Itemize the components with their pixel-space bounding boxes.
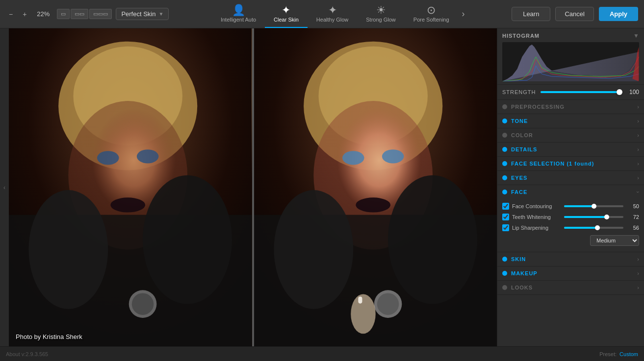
face-controls: Face Contouring 50 Teeth Whitening: [497, 199, 644, 252]
face-control-face-contouring: Face Contouring 50: [502, 201, 639, 212]
face-contouring-checkbox[interactable]: [502, 203, 509, 210]
top-toolbar: − + 22% ▭ ▭▭ ▭▭▭ Perfect Skin ▼ 👤 Intell…: [0, 0, 644, 28]
histogram-dropdown-icon[interactable]: ▼: [633, 32, 639, 39]
section-chevron-eyes: ›: [637, 175, 639, 181]
preset-selector[interactable]: Perfect Skin ▼: [116, 8, 169, 20]
section-label-skin: SKIN: [511, 256, 526, 262]
teeth-whitening-checkbox[interactable]: [502, 214, 509, 220]
section-preprocessing-left: PREPROCESSING: [502, 104, 565, 110]
left-panel-toggle[interactable]: ‹: [0, 28, 9, 346]
strength-slider-track[interactable]: [541, 91, 620, 93]
tab-strong-glow[interactable]: ☀ Strong Glow: [357, 0, 405, 28]
section-dot-looks: [502, 285, 507, 290]
section-looks-left: LOOKS: [502, 285, 533, 290]
lip-sharpening-dropdown-row: Low Medium High: [502, 233, 639, 248]
teeth-whitening-thumb[interactable]: [604, 215, 609, 219]
section-looks[interactable]: LOOKS ›: [497, 281, 644, 295]
section-color-left: COLOR: [502, 132, 533, 138]
section-preprocessing[interactable]: PREPROCESSING ›: [497, 100, 644, 114]
face-control-teeth-whitening: Teeth Whitening 72: [502, 212, 639, 222]
learn-button[interactable]: Learn: [512, 7, 550, 21]
face-section-header[interactable]: FACE ›: [497, 185, 644, 199]
lip-sharpening-thumb[interactable]: [595, 225, 600, 230]
section-chevron-looks: ›: [637, 285, 639, 290]
view-single-button[interactable]: ▭: [57, 9, 70, 19]
section-chevron-skin: ›: [637, 256, 639, 262]
section-skin[interactable]: SKIN ›: [497, 252, 644, 266]
section-color[interactable]: COLOR ›: [497, 128, 644, 143]
section-details[interactable]: DETAILS ›: [497, 143, 644, 157]
section-face-selection-left: FACE SELECTION (1 found): [502, 161, 594, 167]
tab-clear-skin[interactable]: ✦ Clear Skin: [265, 0, 308, 28]
lip-sharpening-label: Lip Sharpening: [512, 225, 561, 231]
left-arrow-icon: ‹: [3, 184, 5, 191]
teeth-whitening-label: Teeth Whitening: [512, 214, 561, 220]
section-label-looks: LOOKS: [511, 285, 533, 290]
face-contouring-thumb[interactable]: [592, 204, 596, 209]
tab-label-healthy-glow: Healthy Glow: [316, 17, 348, 23]
view-compare-button[interactable]: ▭▭▭: [89, 9, 112, 19]
tab-label-strong-glow: Strong Glow: [366, 17, 396, 23]
lip-sharpening-slider[interactable]: [564, 227, 623, 229]
toolbar-right: Learn Cancel Apply: [506, 7, 644, 21]
svg-point-5: [28, 190, 108, 309]
section-label-details: DETAILS: [511, 146, 537, 152]
section-tone[interactable]: TONE ›: [497, 114, 644, 128]
section-dot-tone: [502, 119, 507, 123]
lip-sharpening-value: 56: [626, 225, 639, 231]
tab-healthy-glow[interactable]: ✦ Healthy Glow: [308, 0, 357, 28]
svg-point-21: [356, 197, 390, 212]
status-preset-value: Custom: [619, 351, 638, 357]
status-version: About v:2.9.3.565: [6, 351, 48, 357]
face-contouring-fill: [564, 205, 594, 207]
strength-slider-fill: [541, 91, 620, 93]
svg-point-18: [388, 175, 477, 304]
strength-section: STRENGTH 100: [497, 85, 644, 100]
section-chevron-face: ›: [635, 191, 641, 193]
face-contouring-value: 50: [626, 203, 639, 209]
status-preset: Preset: Custom: [599, 351, 638, 357]
section-label-face-selection: FACE SELECTION (1 found): [511, 161, 594, 167]
face-section: FACE › Face Contouring 50: [497, 185, 644, 252]
chevron-down-icon: ▼: [158, 11, 163, 17]
section-tone-left: TONE: [502, 118, 528, 124]
tabs-more-button[interactable]: ›: [458, 9, 469, 19]
tab-pore-softening[interactable]: ⊙ Pore Softening: [405, 0, 458, 28]
lip-sharpening-checkbox[interactable]: [502, 224, 509, 231]
image-area: Photo by Kristina Sherk: [9, 28, 497, 346]
add-button[interactable]: +: [20, 8, 29, 20]
after-image: [254, 28, 497, 346]
tab-intelligent-auto[interactable]: 👤 Intelligent Auto: [212, 0, 265, 28]
tab-label-pore-softening: Pore Softening: [413, 17, 449, 23]
face-contouring-label: Face Contouring: [512, 203, 561, 209]
status-preset-label: Preset:: [599, 351, 617, 357]
tab-label-intelligent-auto: Intelligent Auto: [221, 17, 256, 23]
section-label-preprocessing: PREPROCESSING: [511, 104, 565, 110]
section-label-color: COLOR: [511, 132, 533, 138]
sections-list: PREPROCESSING › TONE › COLOR ›: [497, 100, 644, 346]
svg-rect-25: [358, 296, 362, 303]
teeth-whitening-slider[interactable]: [564, 216, 623, 218]
lip-sharpening-dropdown[interactable]: Low Medium High: [590, 235, 639, 246]
section-makeup[interactable]: MAKEUP ›: [497, 266, 644, 281]
section-face-selection[interactable]: FACE SELECTION (1 found) ›: [497, 157, 644, 171]
minimize-button[interactable]: −: [6, 8, 16, 20]
svg-point-9: [110, 197, 145, 212]
apply-button[interactable]: Apply: [599, 7, 638, 21]
svg-point-8: [137, 149, 158, 163]
right-panel: HISTOGRAM ▼: [497, 28, 644, 346]
section-eyes-left: EYES: [502, 175, 527, 181]
section-eyes[interactable]: EYES ›: [497, 171, 644, 185]
tab-icon-strong-glow: ☀: [376, 5, 386, 16]
histogram-title: HISTOGRAM: [502, 33, 540, 39]
svg-point-17: [274, 190, 353, 309]
tab-label-clear-skin: Clear Skin: [274, 17, 299, 23]
view-split-button[interactable]: ▭▭: [71, 9, 88, 19]
cancel-button[interactable]: Cancel: [555, 7, 593, 21]
histogram-canvas: [502, 42, 639, 81]
section-chevron-face-selection: ›: [637, 161, 639, 167]
after-image-panel: [254, 28, 497, 346]
strength-slider-thumb[interactable]: [617, 89, 622, 95]
svg-point-6: [143, 175, 232, 304]
face-contouring-slider[interactable]: [564, 205, 623, 207]
